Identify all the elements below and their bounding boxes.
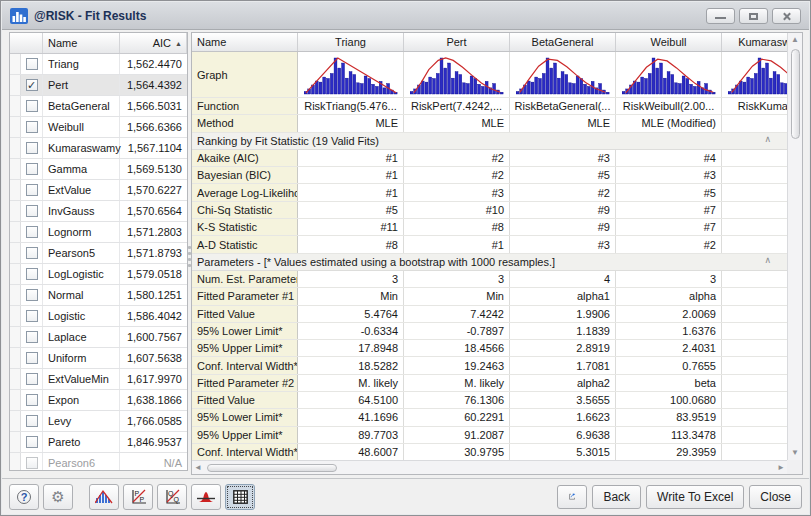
value-cell <box>722 323 787 339</box>
fit-list-row[interactable]: Expon1,638.1866 <box>10 390 187 411</box>
fit-list-row[interactable]: LogLogistic1,579.0518 <box>10 264 187 285</box>
write-to-excel-button[interactable]: Write To Excel <box>646 485 744 509</box>
fit-checkbox[interactable] <box>26 121 38 133</box>
distribution-graph-thumbnail[interactable] <box>616 52 722 97</box>
back-button[interactable]: Back <box>592 485 641 509</box>
scroll-up-icon[interactable]: ▲ <box>789 33 801 47</box>
checkbox-cell <box>21 201 43 221</box>
vertical-scroll-thumb[interactable] <box>791 49 800 139</box>
scroll-right-icon[interactable]: ► <box>775 461 787 475</box>
value-cell: 48.6007 <box>298 444 404 460</box>
horizontal-scroll-thumb[interactable] <box>207 464 337 472</box>
value-cell <box>722 219 787 235</box>
fit-list-row[interactable]: ExtValue1,570.6227 <box>10 180 187 201</box>
distribution-graph-thumbnail[interactable] <box>510 52 616 97</box>
fit-list-row[interactable]: Gamma1,569.5130 <box>10 159 187 180</box>
fit-checkbox[interactable] <box>26 184 38 196</box>
value-cell: #2 <box>404 167 510 183</box>
title-bar[interactable]: @RISK - Fit Results <box>2 2 809 30</box>
fit-checkbox[interactable] <box>26 247 38 259</box>
table-data-row: 95% Upper Limit*89.770391.20876.9638113.… <box>192 427 787 444</box>
help-button[interactable]: ? <box>9 484 39 510</box>
fit-checkbox[interactable] <box>26 415 38 427</box>
checkbox-cell <box>21 306 43 326</box>
fit-list-row[interactable]: Pearson51,571.8793 <box>10 243 187 264</box>
fit-list-row[interactable]: InvGauss1,570.6564 <box>10 201 187 222</box>
settings-button[interactable]: ⚙ <box>43 484 73 510</box>
qq-plot-button[interactable]: Q Q <box>157 484 187 510</box>
minimize-button[interactable] <box>706 8 735 24</box>
list-header-name[interactable]: Name <box>43 33 120 53</box>
fit-list-row[interactable]: ✓Pert1,564.4392 <box>10 75 187 96</box>
fit-checkbox[interactable] <box>26 373 38 385</box>
fit-list-row[interactable]: Normal1,580.1251 <box>10 285 187 306</box>
fit-checkbox[interactable] <box>26 289 38 301</box>
fit-list-row[interactable]: Uniform1,607.5638 <box>10 348 187 369</box>
fit-checkbox[interactable] <box>26 352 38 364</box>
distribution-graph-thumbnail[interactable] <box>298 52 404 97</box>
fit-name-label: ExtValueMin <box>43 369 120 389</box>
fit-aic-value: 1,566.5031 <box>120 96 187 116</box>
fit-checkbox[interactable] <box>26 58 38 70</box>
close-window-button[interactable] <box>772 8 801 24</box>
distribution-graph-thumbnail[interactable] <box>404 52 510 97</box>
distribution-graph-thumbnail[interactable] <box>722 52 787 97</box>
maximize-button[interactable] <box>739 8 768 24</box>
fit-checkbox[interactable] <box>26 457 38 469</box>
fit-list-row[interactable]: Weibull1,566.6366 <box>10 117 187 138</box>
value-cell: 1.7081 <box>510 357 616 373</box>
fit-checkbox[interactable] <box>26 226 38 238</box>
fit-checkbox[interactable] <box>26 394 38 406</box>
checkbox-cell <box>21 369 43 389</box>
value-cell: 3 <box>404 271 510 287</box>
fit-checkbox[interactable] <box>26 163 38 175</box>
row-gutter <box>10 327 21 347</box>
value-cell: RiskPert(7.4242,... <box>404 98 510 114</box>
fit-checkbox[interactable] <box>26 205 38 217</box>
fit-checkbox[interactable]: ✓ <box>26 79 38 91</box>
collapse-chevron-icon[interactable]: ∧ <box>764 255 771 265</box>
value-cell: #5 <box>510 167 616 183</box>
fit-list-row[interactable]: ExtValueMin1,617.9970 <box>10 369 187 390</box>
scroll-down-icon[interactable]: ▼ <box>789 446 801 460</box>
value-cell: 91.2087 <box>404 427 510 443</box>
section-title: Parameters - [* Values estimated using a… <box>192 254 787 270</box>
discrepancy-plot-button[interactable] <box>191 484 221 510</box>
fit-comparison-graph-button[interactable] <box>89 484 119 510</box>
fit-list-row[interactable]: Pearson6N/A <box>10 453 187 471</box>
fit-checkbox[interactable] <box>26 100 38 112</box>
fit-aic-value: 1,586.4042 <box>120 306 187 326</box>
export-graph-button[interactable] <box>557 485 587 509</box>
value-cell: -0.7897 <box>404 323 510 339</box>
horizontal-scrollbar[interactable]: ◄ ► <box>192 460 787 474</box>
close-button[interactable]: Close <box>749 485 802 509</box>
results-table-view-button[interactable] <box>225 484 255 510</box>
list-header-aic[interactable]: AIC ▲ <box>120 33 187 53</box>
value-cell: 89.7703 <box>298 427 404 443</box>
scroll-left-icon[interactable]: ◄ <box>192 461 204 475</box>
fit-list-row[interactable]: BetaGeneral1,566.5031 <box>10 96 187 117</box>
collapse-chevron-icon[interactable]: ∧ <box>764 134 771 144</box>
value-cell: #8 <box>404 219 510 235</box>
fit-list-row[interactable]: Laplace1,600.7567 <box>10 327 187 348</box>
vertical-scrollbar[interactable]: ▲ ▼ <box>787 33 802 460</box>
row-label: Chi-Sq Statistic <box>192 202 298 218</box>
fit-list-row[interactable]: Logistic1,586.4042 <box>10 306 187 327</box>
fit-list-row[interactable]: Lognorm1,571.2803 <box>10 222 187 243</box>
fit-list-row[interactable]: Pareto1,846.9537 <box>10 432 187 453</box>
fit-list-row[interactable]: Kumaraswamy1,567.1104 <box>10 138 187 159</box>
fit-checkbox[interactable] <box>26 142 38 154</box>
pp-plot-icon: P P <box>130 489 147 505</box>
fit-list-row[interactable]: Triang1,562.4470 <box>10 54 187 75</box>
column-header-distribution: BetaGeneral <box>510 33 616 51</box>
table-data-row: Conf. Interval Width*48.600730.97955.301… <box>192 444 787 460</box>
checkbox-cell <box>21 96 43 116</box>
value-cell: MLE <box>298 115 404 131</box>
pp-plot-button[interactable]: P P <box>123 484 153 510</box>
value-cell: #1 <box>298 167 404 183</box>
fit-checkbox[interactable] <box>26 268 38 280</box>
fit-list-row[interactable]: Levy1,766.0585 <box>10 411 187 432</box>
fit-checkbox[interactable] <box>26 331 38 343</box>
fit-checkbox[interactable] <box>26 310 38 322</box>
fit-checkbox[interactable] <box>26 436 38 448</box>
